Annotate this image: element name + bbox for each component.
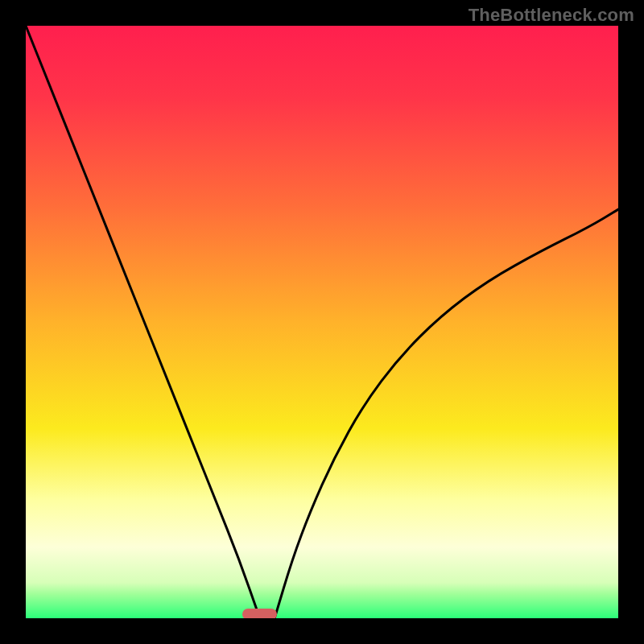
watermark-text: TheBottleneck.com [469,5,634,26]
plot-area [26,26,618,618]
bottleneck-indicator [242,609,277,618]
chart-container: TheBottleneck.com [0,0,644,644]
gradient-background [26,26,618,618]
chart-svg [26,26,618,618]
